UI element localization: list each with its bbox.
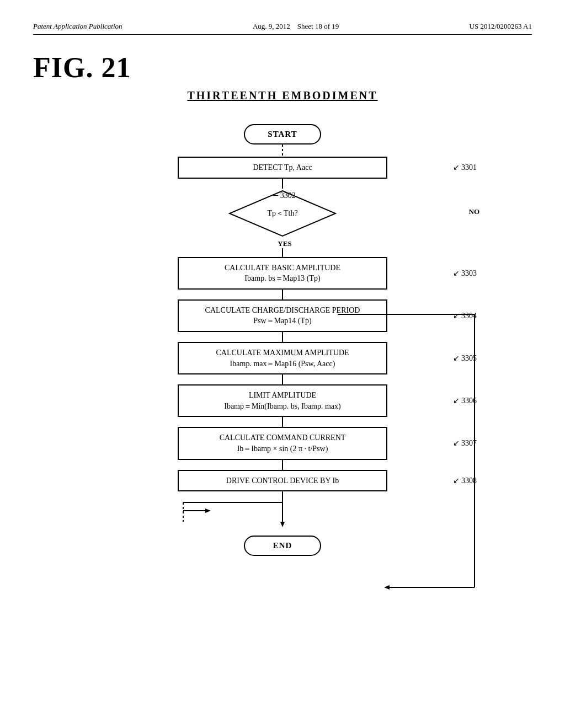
ref-3303: ↙ 3303 (453, 269, 477, 278)
node-3303-row: CALCULATE BASIC AMPLITUDE Ibamp. bs＝Map1… (33, 257, 532, 290)
ref-3306: ↙ 3306 (453, 396, 477, 405)
node-3304-row: CALCULATE CHARGE/DISCHARGE PERIOD Psw＝Ma… (33, 299, 532, 332)
ref-3304: ↙ 3304 (453, 311, 477, 320)
yes-section: YES (33, 238, 532, 257)
connector-3301-3302 (282, 179, 283, 189)
header-publication-type: Patent Application Publication (33, 22, 122, 31)
node-3306-line1: LIMIT AMPLITUDE (190, 390, 375, 401)
flowchart: START DETECT Tp, Aacc ↙ 3301 NO (33, 124, 532, 556)
connector-yes (282, 248, 283, 257)
node-3304: CALCULATE CHARGE/DISCHARGE PERIOD Psw＝Ma… (178, 299, 387, 332)
node-3305: CALCULATE MAXIMUM AMPLITUDE Ibamp. max＝M… (178, 342, 387, 374)
ref-3307: ↙ 3307 (453, 438, 477, 448)
node-3307-line1: CALCULATE COMMAND CURRENT (190, 432, 375, 443)
node-3307-row: CALCULATE COMMAND CURRENT Ib＝Ibamp × sin… (33, 427, 532, 459)
connector-start-3301 (282, 144, 283, 157)
header-patent-number: US 2012/0200263 A1 (470, 22, 532, 31)
page-header: Patent Application Publication Aug. 9, 2… (33, 22, 532, 35)
yes-label: YES (278, 239, 291, 248)
node-3308: DRIVE CONTROL DEVICE BY Ib (178, 470, 387, 492)
node-3302-text: ─ 3302 Tp＜Tth? (267, 208, 297, 218)
node-3302-row: NO ─ 3302 Tp＜Tth? (33, 189, 532, 238)
node-3301-row: DETECT Tp, Aacc ↙ 3301 (33, 157, 532, 179)
node-3308-line1: DRIVE CONTROL DEVICE BY Ib (190, 475, 375, 486)
end-terminal: END (244, 536, 321, 556)
node-3306: LIMIT AMPLITUDE Ibamp＝Min(Ibamp. bs, Iba… (178, 384, 387, 417)
node-3307-line2: Ib＝Ibamp × sin (2 π · t/Psw) (190, 443, 375, 454)
feedback-section (134, 491, 431, 536)
node-3305-line1: CALCULATE MAXIMUM AMPLITUDE (190, 347, 375, 358)
node-3304-line2: Psw＝Map14 (Tp) (190, 315, 375, 326)
ref-3305: ↙ 3305 (453, 354, 477, 363)
connector-3306-3307 (282, 417, 283, 427)
node-3302-ref: ─ 3302 (273, 191, 295, 201)
svg-marker-11 (384, 585, 390, 590)
figure-title: FIG. 21 (33, 51, 532, 84)
header-date-sheet: Aug. 9, 2012 Sheet 18 of 19 (253, 22, 339, 31)
feedback-svg (134, 491, 431, 536)
end-row: END (33, 536, 532, 556)
ref-3308: ↙ 3308 (453, 476, 477, 485)
node-3306-row: LIMIT AMPLITUDE Ibamp＝Min(Ibamp. bs, Iba… (33, 384, 532, 417)
node-3305-row: CALCULATE MAXIMUM AMPLITUDE Ibamp. max＝M… (33, 342, 532, 374)
node-3306-line2: Ibamp＝Min(Ibamp. bs, Ibamp. max) (190, 401, 375, 412)
connector-3303-3304 (282, 290, 283, 299)
node-3304-line1: CALCULATE CHARGE/DISCHARGE PERIOD (190, 305, 375, 316)
start-terminal: START (244, 124, 321, 144)
node-3307: CALCULATE COMMAND CURRENT Ib＝Ibamp × sin… (178, 427, 387, 459)
connector-3304-3305 (282, 332, 283, 342)
node-3308-row: DRIVE CONTROL DEVICE BY Ib ↙ 3308 (33, 470, 532, 492)
connector-3307-3308 (282, 460, 283, 470)
node-3301: DETECT Tp, Aacc (178, 157, 387, 179)
embodiment-title: THIRTEENTH EMBODIMENT (33, 89, 532, 102)
start-row: START (33, 124, 532, 144)
ref-3301: ↙ 3301 (453, 163, 477, 172)
connector-3305-3306 (282, 374, 283, 384)
no-label: NO (469, 207, 480, 216)
page: Patent Application Publication Aug. 9, 2… (0, 0, 565, 728)
header-sheet: Sheet 18 of 19 (297, 22, 339, 30)
node-3301-line1: DETECT Tp, Aacc (190, 162, 375, 173)
svg-marker-7 (280, 522, 285, 527)
node-3303-line2: Ibamp. bs＝Map13 (Tp) (190, 273, 375, 284)
svg-marker-5 (205, 508, 211, 513)
node-3303: CALCULATE BASIC AMPLITUDE Ibamp. bs＝Map1… (178, 257, 387, 290)
node-3305-line2: Ibamp. max＝Map16 (Psw, Aacc) (190, 358, 375, 370)
node-3302-diamond: ─ 3302 Tp＜Tth? (227, 189, 338, 238)
header-date: Aug. 9, 2012 (253, 22, 290, 30)
node-3303-line1: CALCULATE BASIC AMPLITUDE (190, 263, 375, 274)
